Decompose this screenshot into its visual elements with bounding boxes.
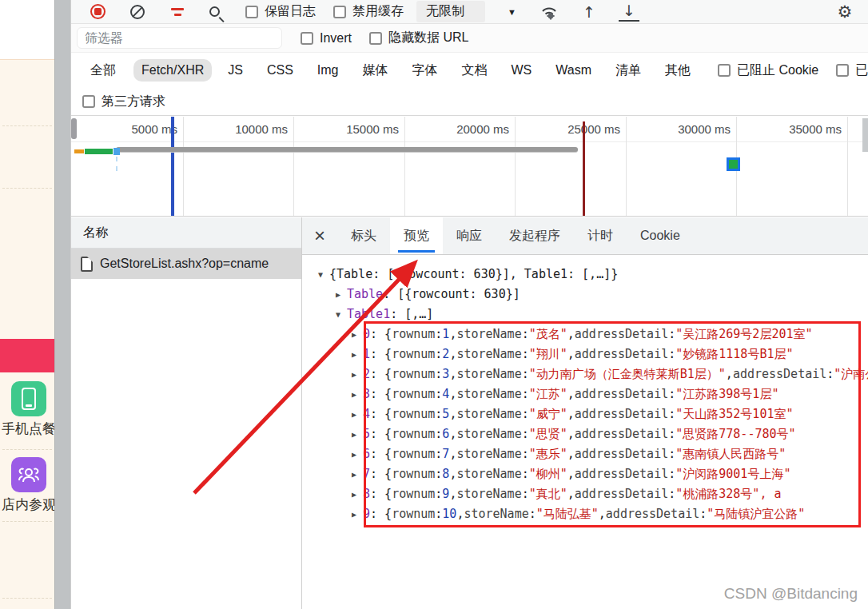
request-row[interactable]: GetStoreList.ashx?op=cname [71, 249, 301, 279]
document-icon [81, 257, 93, 272]
collapsed-triangle-icon[interactable]: ▶ [348, 424, 360, 444]
tree-root-row[interactable]: ▼ {Table: [{rowcount: 630}], Table1: [,…… [302, 265, 868, 285]
collapsed-triangle-icon[interactable]: ▶ [348, 504, 360, 524]
timeline-tick-label: 35000 ms [789, 122, 842, 136]
collapsed-triangle-icon[interactable]: ▶ [348, 404, 360, 424]
third-party-row: 第三方请求 [71, 88, 868, 116]
type-filter--[interactable]: 媒体 [355, 58, 396, 83]
tab-计时[interactable]: 计时 [574, 217, 627, 254]
search-icon[interactable] [204, 2, 225, 22]
tree-data-row[interactable]: ▶0: {rownum: 1, storeName: "茂名", address… [302, 324, 868, 344]
page-scrollbar[interactable] [54, 0, 70, 609]
tree-data-row[interactable]: ▶5: {rownum: 6, storeName: "思贤", address… [302, 424, 868, 444]
import-har-icon[interactable]: ↓ [619, 2, 639, 22]
overview-left-handle[interactable] [71, 118, 77, 139]
collapsed-triangle-icon[interactable]: ▶ [348, 324, 360, 344]
tree-data-row[interactable]: ▶9: {rownum: 10, storeName: "马陆弘基", addr… [302, 504, 868, 524]
expanded-triangle-icon[interactable]: ▼ [315, 265, 326, 285]
tree-item-rows: ▶0: {rownum: 1, storeName: "茂名", address… [302, 324, 868, 524]
export-har-icon[interactable]: ↑ [579, 2, 599, 22]
overview-right-scrollbar[interactable] [862, 118, 868, 152]
checkbox[interactable] [301, 32, 313, 45]
type-filter-img[interactable]: Img [309, 59, 347, 82]
tab-响应[interactable]: 响应 [443, 217, 496, 254]
tree-data-row[interactable]: ▶3: {rownum: 4, storeName: "江苏", address… [302, 384, 868, 404]
timeline-gridline [515, 117, 516, 216]
blocked-requests-checkbox[interactable]: 已阻止请求 [836, 62, 868, 79]
clear-button[interactable] [127, 2, 148, 22]
type-filter--[interactable]: 文档 [454, 58, 496, 83]
tab-标头[interactable]: 标头 [337, 217, 390, 254]
collapsed-triangle-icon[interactable]: ▶ [348, 344, 360, 364]
network-conditions-icon[interactable] [539, 2, 559, 22]
type-filter-css[interactable]: CSS [259, 59, 301, 82]
type-filter--[interactable]: 清单 [607, 58, 649, 83]
disable-cache-checkbox[interactable]: 禁用缓存 [333, 3, 404, 20]
type-filter-all[interactable]: 全部 [82, 58, 124, 83]
checkbox[interactable] [245, 6, 258, 18]
preserve-log-checkbox[interactable]: 保留日志 [245, 3, 316, 20]
tree-table-row[interactable]: ▶ Table: [{rowcount: 630}] [302, 285, 868, 304]
request-detail-pane: × 标头预览响应发起程序计时Cookie ▼ {Table: [{rowcoun… [302, 217, 868, 609]
collapsed-triangle-icon[interactable]: ▶ [348, 384, 360, 404]
timeline-gridline [293, 117, 294, 216]
collapsed-triangle-icon[interactable]: ▶ [332, 285, 344, 304]
collapsed-triangle-icon[interactable]: ▶ [348, 364, 360, 384]
request-list-header[interactable]: 名称 [71, 217, 301, 249]
type-filter-fetch-xhr[interactable]: Fetch/XHR [133, 59, 212, 82]
type-filter-ws[interactable]: WS [504, 59, 540, 82]
type-filter--[interactable]: 字体 [404, 58, 446, 83]
tree-data-row[interactable]: ▶4: {rownum: 5, storeName: "威宁", address… [302, 404, 868, 424]
close-icon[interactable]: × [302, 217, 337, 254]
tab-发起程序[interactable]: 发起程序 [496, 217, 574, 254]
filter-input[interactable] [77, 27, 282, 49]
timeline-gridline [404, 117, 405, 216]
watermark: CSDN @Bitdancing [724, 585, 858, 603]
page-banner[interactable] [0, 339, 54, 372]
collapsed-triangle-icon[interactable]: ▶ [348, 464, 360, 484]
checkbox[interactable] [333, 6, 346, 18]
type-pill-list: Fetch/XHRJSCSSImg媒体字体文档WSWasm清单其他 [133, 58, 699, 83]
checkbox[interactable] [369, 32, 382, 45]
ruler-divider [71, 141, 868, 142]
background-page-strip: 手机点餐 店内参观 [0, 0, 54, 609]
tree-data-row[interactable]: ▶7: {rownum: 8, storeName: "柳州", address… [302, 464, 868, 484]
tab-Cookie[interactable]: Cookie [627, 217, 694, 254]
divider [2, 521, 52, 522]
filter-toggle-icon[interactable] [167, 2, 188, 22]
bottom-split: 名称 GetStoreList.ashx?op=cname × 标头预览响应发起… [71, 217, 868, 609]
mobile-order-tile[interactable] [11, 381, 46, 416]
checkbox[interactable] [836, 64, 849, 77]
tree-data-row[interactable]: ▶2: {rownum: 3, storeName: "动力南广场（汇金奥特莱斯… [302, 364, 868, 384]
collapsed-triangle-icon[interactable]: ▶ [348, 484, 360, 504]
store-visit-tile[interactable] [11, 457, 46, 492]
blocked-cookies-checkbox[interactable]: 已阻止 Cookie [718, 62, 818, 79]
tree-data-row[interactable]: ▶1: {rownum: 2, storeName: "翔川", address… [302, 344, 868, 364]
network-settings-gear-icon[interactable]: ⚙ [834, 2, 855, 22]
waterfall-dash-line [116, 157, 117, 171]
expanded-triangle-icon[interactable]: ▼ [332, 304, 344, 324]
filter-bar: Invert 隐藏数据 URL [71, 24, 868, 53]
collapsed-triangle-icon[interactable]: ▶ [348, 444, 360, 464]
request-name: GetStoreList.ashx?op=cname [100, 257, 269, 271]
timeline-gridline [626, 117, 627, 216]
invert-checkbox[interactable]: Invert [301, 31, 352, 46]
throttling-select[interactable]: 无限制 [416, 1, 485, 22]
tab-预览[interactable]: 预览 [390, 217, 443, 254]
network-overview[interactable]: 5000 ms10000 ms15000 ms20000 ms25000 ms3… [71, 117, 868, 217]
checkbox[interactable] [82, 95, 95, 108]
third-party-checkbox[interactable]: 第三方请求 [82, 94, 165, 110]
type-filter--[interactable]: 其他 [657, 58, 699, 83]
hide-data-urls-checkbox[interactable]: 隐藏数据 URL [369, 30, 468, 46]
tree-data-row[interactable]: ▶6: {rownum: 7, storeName: "惠乐", address… [302, 444, 868, 464]
timeline-tick-label: 15000 ms [346, 122, 399, 136]
tree-table1-row[interactable]: ▼ Table1: [,…] [302, 304, 868, 324]
record-button[interactable] [87, 2, 108, 22]
type-filter-wasm[interactable]: Wasm [547, 59, 599, 82]
overview-scroll-track[interactable] [116, 147, 578, 152]
type-filter-js[interactable]: JS [220, 59, 251, 82]
tree-data-row[interactable]: ▶8: {rownum: 9, storeName: "真北", address… [302, 484, 868, 504]
request-list-pane: 名称 GetStoreList.ashx?op=cname [71, 217, 302, 609]
throttling-caret-icon[interactable]: ▼ [508, 7, 516, 17]
checkbox[interactable] [718, 64, 731, 77]
